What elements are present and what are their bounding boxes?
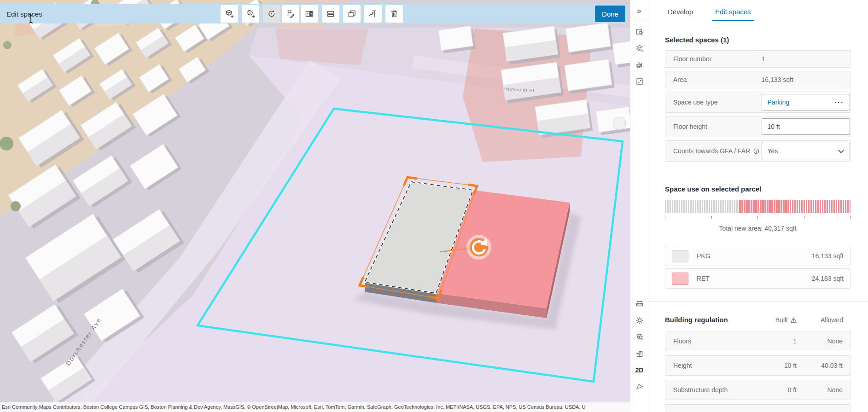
- duplicate-button[interactable]: [343, 5, 361, 23]
- edit-toolbar-title: Edit spaces: [6, 10, 42, 18]
- gfa-value: Yes: [768, 147, 778, 155]
- floor-number-value: 1: [762, 55, 765, 63]
- regulation-row-floors: Floors 1 None: [665, 331, 851, 351]
- rotate-tool-button[interactable]: [263, 5, 280, 23]
- floor-height-value: 10 ft: [768, 123, 780, 130]
- built-column-header: Built: [753, 316, 797, 324]
- area-value: 16,133 sqft: [762, 76, 793, 83]
- rotate-handle[interactable]: [466, 235, 491, 260]
- edit-attributes-button[interactable]: [282, 5, 299, 23]
- floor-height-input[interactable]: 10 ft: [762, 118, 850, 135]
- text-cursor: [28, 14, 34, 24]
- space-use-heading: Space use on selected parcel: [665, 185, 851, 193]
- map-canvas[interactable]: Dorchester Ave Humboldt Pl: [0, 0, 630, 412]
- select-parcel-icon[interactable]: [630, 24, 648, 40]
- modify-points-icon[interactable]: [630, 74, 648, 89]
- viewer-toolbar: »: [630, 0, 648, 412]
- add-area-button[interactable]: [242, 5, 259, 23]
- space-use-type-label: Space use type: [673, 99, 718, 106]
- floor-height-row: Floor height 10 ft: [665, 116, 851, 137]
- section-divider: [648, 170, 868, 170]
- regulation-row-far: FAR 0.21 2: [665, 404, 851, 412]
- gfa-label: Counts towards GFA / FAR: [673, 147, 750, 155]
- arcgis-urban-app: Dorchester Ave Humboldt Pl Esri Communit…: [0, 0, 868, 412]
- compass-icon[interactable]: [630, 379, 648, 395]
- bar-segment-pkg: [665, 200, 739, 213]
- daylight-sun-icon[interactable]: [630, 313, 648, 328]
- edit-toolbar: Edit spaces: [0, 4, 627, 23]
- bar-axis-ticks: [665, 216, 851, 219]
- edit-layers-icon[interactable]: [630, 41, 648, 56]
- context-buildings-icon[interactable]: [630, 346, 648, 361]
- allowed-column-header: Allowed: [797, 316, 843, 324]
- done-button[interactable]: Done: [595, 6, 625, 22]
- space-use-type-value: Parking: [768, 99, 789, 106]
- ret-area: 24,183 sqft: [812, 275, 844, 282]
- gfa-select[interactable]: Yes: [762, 143, 850, 159]
- space-use-bar-chart: [665, 200, 851, 213]
- pkg-code: PKG: [697, 252, 711, 260]
- zoom-to-selection-icon[interactable]: [630, 329, 648, 345]
- bar-segment-ret: [739, 200, 851, 213]
- regulation-header: Building regulation Built Allowed: [665, 316, 851, 324]
- regulation-heading: Building regulation: [665, 316, 753, 324]
- panel-tabs: Develop Edit spaces: [648, 0, 868, 21]
- space-use-type-picker[interactable]: Parking ···: [762, 94, 850, 110]
- legend-row-pkg: PKG 16,133 sqft: [665, 246, 851, 266]
- add-volume-button[interactable]: [221, 5, 238, 23]
- floor-number-row: Floor number 1: [665, 50, 851, 68]
- area-row: Area 16,133 sqft: [665, 71, 851, 88]
- 2d-mode-button[interactable]: 2D: [630, 362, 648, 378]
- space-use-type-row: Space use type Parking ···: [665, 92, 851, 113]
- collapse-panel-button[interactable]: »: [630, 0, 648, 22]
- map-attribution: Esri Community Maps Contributors, Boston…: [0, 402, 630, 412]
- space-use-menu-button[interactable]: ···: [834, 99, 844, 106]
- delete-button[interactable]: [385, 5, 403, 23]
- split-space-button[interactable]: [301, 5, 318, 23]
- selected-spaces-heading: Selected spaces (1): [665, 36, 851, 44]
- area-label: Area: [673, 76, 687, 83]
- edit-spaces-panel: Develop Edit spaces Selected spaces (1) …: [648, 0, 868, 412]
- tab-develop[interactable]: Develop: [665, 8, 696, 21]
- chevron-down-icon: [838, 147, 844, 155]
- warning-icon: [790, 317, 797, 323]
- pkg-color-swatch: [672, 250, 688, 262]
- total-new-area: Total new area: 40,317 sqft: [665, 225, 851, 232]
- floor-number-label: Floor number: [673, 55, 711, 63]
- legend-row-ret: RET 24,183 sqft: [665, 268, 851, 289]
- regulation-row-substructure: Substructure depth 0 ft None: [665, 380, 851, 400]
- edit-tools: [221, 5, 403, 23]
- map-3d-scene[interactable]: Dorchester Ave Humboldt Pl Esri Communit…: [0, 0, 630, 412]
- section-divider: [648, 302, 868, 302]
- floor-height-label: Floor height: [673, 123, 707, 130]
- info-icon[interactable]: [753, 148, 760, 155]
- split-floor-button[interactable]: [322, 5, 339, 23]
- ret-code: RET: [697, 275, 710, 282]
- ret-color-swatch: [672, 273, 688, 285]
- pkg-area: 16,133 sqft: [812, 252, 844, 260]
- change-height-button[interactable]: [364, 5, 382, 23]
- measure-icon[interactable]: [630, 296, 648, 312]
- tab-edit-spaces[interactable]: Edit spaces: [712, 8, 754, 21]
- gfa-row: Counts towards GFA / FAR Yes: [665, 140, 851, 162]
- demolish-bulldozer-icon[interactable]: [630, 57, 648, 73]
- regulation-row-height: Height 10 ft 40.03 ft: [665, 355, 851, 376]
